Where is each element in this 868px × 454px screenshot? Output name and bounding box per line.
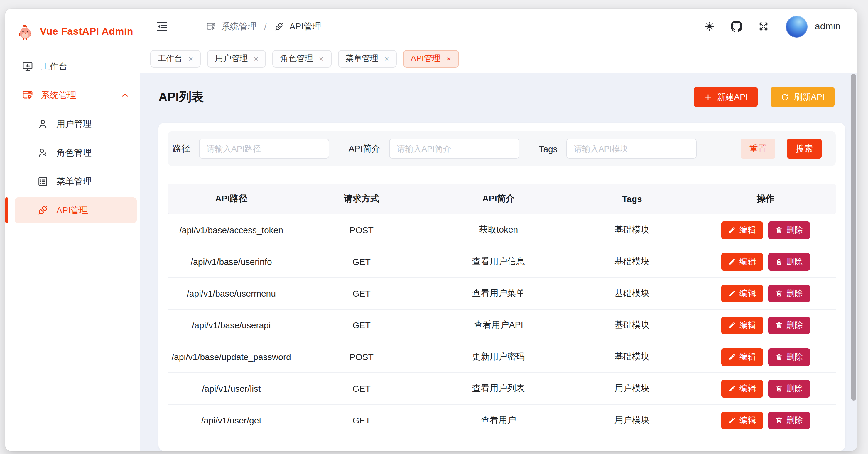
- close-icon[interactable]: ×: [188, 55, 193, 63]
- cell-method: GET: [294, 257, 428, 267]
- column-header-method: 请求方式: [294, 193, 428, 204]
- delete-button[interactable]: 删除: [768, 285, 810, 302]
- page-content: API列表 新建API: [140, 74, 857, 451]
- edit-button[interactable]: 编辑: [721, 316, 763, 334]
- menu-list-icon: [37, 176, 49, 187]
- username[interactable]: admin: [815, 21, 840, 32]
- breadcrumb-label: 系统管理: [221, 21, 256, 32]
- edit-button[interactable]: 编辑: [721, 253, 763, 271]
- cell-api-path: /api/v1/user/get: [168, 415, 294, 425]
- cell-actions: 编辑 删除: [695, 316, 836, 334]
- filter-tags: Tags: [539, 139, 696, 159]
- pencil-icon: [728, 258, 736, 265]
- cell-method: POST: [294, 225, 428, 235]
- brand-logo[interactable]: Vue FastAPI Admin: [5, 16, 140, 48]
- user-avatar[interactable]: [786, 16, 808, 37]
- tab-menus[interactable]: 菜单管理 ×: [338, 50, 397, 67]
- system-gear-icon: [206, 22, 216, 31]
- delete-label: 删除: [786, 288, 803, 299]
- github-icon[interactable]: [731, 21, 743, 32]
- breadcrumb-api[interactable]: API管理: [274, 21, 321, 32]
- delete-button[interactable]: 删除: [768, 253, 810, 271]
- sidebar-item-api[interactable]: API管理: [15, 197, 137, 223]
- cell-summary: 获取token: [428, 224, 569, 235]
- edit-button[interactable]: 编辑: [721, 380, 763, 397]
- breadcrumb-system[interactable]: 系统管理: [206, 21, 256, 32]
- edit-button[interactable]: 编辑: [721, 348, 763, 366]
- cell-actions: 编辑 删除: [695, 348, 836, 366]
- tab-label: 用户管理: [215, 53, 248, 64]
- cell-summary: 查看用户菜单: [428, 288, 569, 299]
- table-row: /api/v1/base/usermenu GET 查看用户菜单 基础模块 编辑: [168, 278, 836, 310]
- user-icon: [37, 118, 49, 130]
- delete-button[interactable]: 删除: [768, 221, 810, 239]
- sidebar-item-roles[interactable]: 角色管理: [15, 140, 137, 166]
- edit-button[interactable]: 编辑: [721, 412, 763, 429]
- new-api-button[interactable]: 新建API: [694, 87, 758, 107]
- theme-sun-icon[interactable]: [704, 21, 716, 32]
- cell-method: POST: [294, 352, 428, 362]
- sidebar-item-workbench[interactable]: 工作台: [15, 53, 137, 79]
- app-window: Vue FastAPI Admin 工作台: [5, 9, 857, 451]
- search-button[interactable]: 搜索: [787, 139, 822, 159]
- tab-api[interactable]: API管理 ×: [403, 50, 459, 67]
- fullscreen-icon[interactable]: [758, 21, 770, 32]
- pencil-icon: [728, 289, 736, 297]
- delete-button[interactable]: 删除: [768, 412, 810, 429]
- tab-label: 角色管理: [280, 53, 313, 64]
- system-gear-icon: [22, 89, 33, 101]
- tab-users[interactable]: 用户管理 ×: [207, 50, 266, 67]
- tab-roles[interactable]: 角色管理 ×: [273, 50, 331, 67]
- delete-label: 删除: [786, 225, 803, 235]
- pencil-icon: [728, 226, 736, 234]
- table-row: /api/v1/base/userapi GET 查看用户API 基础模块 编辑: [168, 310, 836, 341]
- edit-button[interactable]: 编辑: [721, 221, 763, 239]
- close-icon[interactable]: ×: [253, 55, 258, 63]
- reset-button[interactable]: 重置: [741, 139, 775, 159]
- cell-actions: 编辑 删除: [695, 221, 836, 239]
- refresh-api-button[interactable]: 刷新API: [770, 87, 835, 107]
- breadcrumb-label: API管理: [289, 21, 321, 32]
- delete-button[interactable]: 删除: [768, 348, 810, 366]
- filter-path: 路径: [173, 139, 329, 159]
- summary-input[interactable]: [389, 139, 519, 159]
- cell-tags: 基础模块: [569, 288, 695, 299]
- pencil-icon: [728, 353, 736, 361]
- cell-tags: 基础模块: [569, 224, 695, 235]
- filter-tags-label: Tags: [539, 144, 557, 153]
- screen: Vue FastAPI Admin 工作台: [0, 0, 868, 454]
- trash-icon: [775, 417, 783, 424]
- filter-summary: API简介: [349, 139, 519, 159]
- cell-api-path: /api/v1/base/userinfo: [168, 257, 294, 267]
- table-row: /api/v1/user/get GET 查看用户 用户模块 编辑: [168, 405, 836, 436]
- delete-button[interactable]: 删除: [768, 380, 810, 397]
- tab-workbench[interactable]: 工作台 ×: [150, 50, 201, 67]
- delete-label: 删除: [786, 320, 803, 330]
- cell-api-path: /api/v1/user/list: [168, 384, 294, 394]
- path-input[interactable]: [199, 139, 329, 159]
- sidebar-item-label: 角色管理: [56, 147, 92, 158]
- tags-input[interactable]: [566, 139, 696, 159]
- delete-label: 删除: [786, 256, 803, 267]
- tab-bar: 工作台 × 用户管理 × 角色管理 × 菜单管理 × API管理 ×: [140, 44, 857, 74]
- delete-label: 删除: [786, 351, 803, 362]
- page-head: API列表 新建API: [158, 85, 845, 109]
- close-icon[interactable]: ×: [446, 55, 451, 63]
- sidebar-item-users[interactable]: 用户管理: [15, 111, 137, 137]
- sidebar-item-menus[interactable]: 菜单管理: [15, 169, 137, 194]
- cell-actions: 编辑 删除: [695, 412, 836, 429]
- close-icon[interactable]: ×: [319, 55, 324, 63]
- api-plug-icon: [37, 204, 49, 216]
- close-icon[interactable]: ×: [384, 55, 389, 63]
- sidebar-collapse-icon[interactable]: [156, 20, 168, 33]
- sidebar-item-system[interactable]: 系统管理: [15, 82, 137, 108]
- sidebar-nav: 工作台 系统管理: [5, 51, 140, 223]
- vertical-scrollbar-thumb[interactable]: [851, 74, 856, 401]
- sidebar-item-label: 菜单管理: [56, 176, 92, 187]
- tab-label: 菜单管理: [345, 53, 378, 64]
- delete-button[interactable]: 删除: [768, 316, 810, 334]
- cell-api-path: /api/v1/base/update_password: [168, 352, 294, 362]
- column-header-actions: 操作: [695, 193, 836, 204]
- cell-method: GET: [294, 320, 428, 330]
- edit-button[interactable]: 编辑: [721, 285, 763, 302]
